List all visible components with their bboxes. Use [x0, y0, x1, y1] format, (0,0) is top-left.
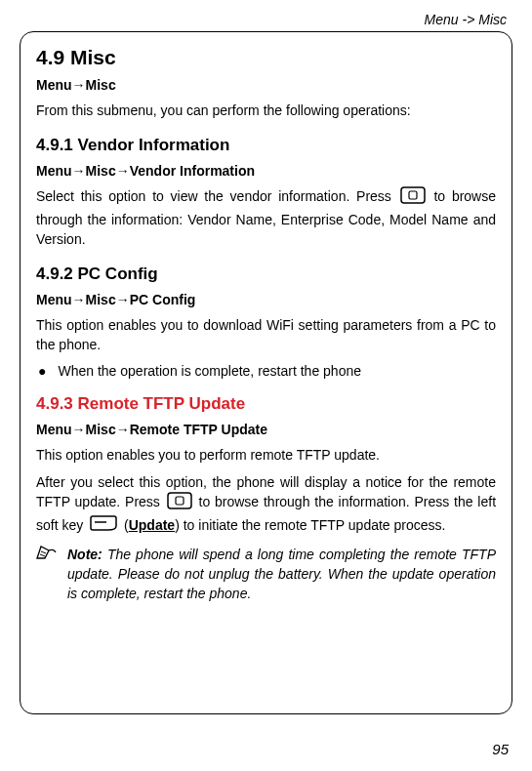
- update-word: Update: [129, 517, 175, 533]
- page-header: Menu -> Misc: [20, 12, 512, 27]
- tftp-paragraph-2: After you select this option, the phone …: [36, 472, 496, 537]
- svg-line-6: [40, 554, 45, 556]
- breadcrumb-part: Misc: [86, 77, 116, 93]
- breadcrumb-vendor: Menu→Misc→Vendor Information: [36, 163, 496, 179]
- heading-4-9-2: 4.9.2 PC Config: [36, 264, 496, 284]
- nav-key-icon: [167, 492, 192, 514]
- bullet-text: When the operation is complete, restart …: [58, 363, 361, 379]
- heading-4-9-3: 4.9.3 Remote TFTP Update: [36, 394, 496, 414]
- arrow-icon: →: [72, 163, 86, 179]
- breadcrumb-pc: Menu→Misc→PC Config: [36, 292, 496, 307]
- breadcrumb-part: Menu: [36, 163, 72, 179]
- heading-4-9: 4.9 Misc: [36, 46, 496, 69]
- note-text: The phone will spend a long time complet…: [67, 547, 496, 602]
- page-number: 95: [492, 741, 509, 757]
- heading-4-9-1: 4.9.1 Vendor Information: [36, 136, 496, 155]
- intro-paragraph: From this submenu, you can perform the f…: [36, 101, 496, 120]
- svg-rect-1: [409, 191, 417, 199]
- note-icon: [36, 545, 58, 604]
- breadcrumb-tftp: Menu→Misc→Remote TFTP Update: [36, 422, 496, 437]
- header-breadcrumb: Menu -> Misc: [425, 12, 507, 27]
- breadcrumb-part: Misc: [86, 163, 116, 179]
- svg-line-5: [41, 551, 46, 553]
- svg-rect-3: [176, 497, 184, 505]
- nav-key-icon: [400, 186, 426, 209]
- arrow-icon: →: [116, 292, 130, 307]
- softkey-icon: [89, 515, 118, 536]
- bullet-icon: ●: [38, 363, 46, 379]
- text-before: Select this option to view the vendor in…: [36, 189, 391, 205]
- arrow-icon: →: [116, 163, 130, 179]
- breadcrumb-part: Menu: [36, 292, 72, 307]
- arrow-icon: →: [72, 77, 86, 93]
- breadcrumb-part: Menu: [36, 422, 72, 437]
- svg-rect-0: [401, 187, 425, 203]
- note-body: Note: The phone will spend a long time c…: [67, 545, 496, 604]
- vendor-paragraph: Select this option to view the vendor in…: [36, 186, 496, 249]
- tftp-paragraph-1: This option enables you to perform remot…: [36, 445, 496, 465]
- breadcrumb-part: Vendor Information: [130, 163, 255, 179]
- breadcrumb-part: Menu: [36, 77, 72, 93]
- arrow-icon: →: [72, 292, 86, 307]
- content-frame: 4.9 Misc Menu→Misc From this submenu, yo…: [20, 31, 512, 714]
- arrow-icon: →: [116, 422, 130, 437]
- breadcrumb-part: Remote TFTP Update: [130, 422, 267, 437]
- pc-paragraph: This option enables you to download WiFi…: [36, 315, 496, 355]
- breadcrumb-part: Misc: [86, 422, 116, 437]
- pc-bullet: ● When the operation is complete, restar…: [36, 363, 496, 379]
- breadcrumb-misc: Menu→Misc: [36, 77, 496, 93]
- svg-rect-2: [168, 493, 191, 508]
- breadcrumb-part: PC Config: [130, 292, 196, 307]
- note-label: Note:: [67, 547, 102, 562]
- arrow-icon: →: [72, 422, 86, 437]
- note-block: Note: The phone will spend a long time c…: [36, 545, 496, 604]
- text-segment: ) to initiate the remote TFTP update pro…: [175, 517, 445, 533]
- breadcrumb-part: Misc: [86, 292, 116, 307]
